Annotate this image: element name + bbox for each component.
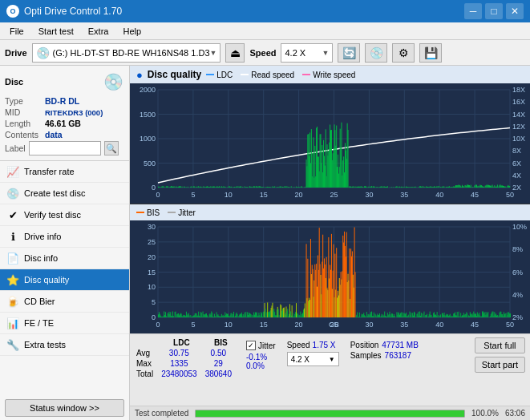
jitter-label: Jitter — [258, 341, 276, 350]
disc-info-icon: 📄 — [6, 252, 19, 265]
start-full-button[interactable]: Start full — [475, 337, 525, 353]
title-bar-controls: ─ □ ✕ — [464, 3, 524, 19]
speed-stat-dropdown[interactable]: 4.2 X ▼ — [287, 352, 339, 366]
close-button[interactable]: ✕ — [506, 3, 524, 19]
disc-label-icon-btn[interactable]: 🔍 — [104, 141, 119, 155]
disc-type-value: BD-R DL — [45, 96, 79, 106]
nav-verify-test-disc[interactable]: ✔ Verify test disc — [0, 204, 129, 226]
disc-header: Disc 💿 — [5, 71, 124, 93]
refresh-button[interactable]: 🔄 — [338, 43, 360, 63]
sidebar: Disc 💿 Type BD-R DL MID RITEKDR3 (000) L… — [0, 66, 130, 420]
transfer-rate-icon: 📈 — [6, 165, 19, 178]
start-part-button[interactable]: Start part — [475, 357, 525, 373]
disc-contents-value: data — [45, 130, 63, 139]
verify-test-disc-icon: ✔ — [6, 208, 19, 221]
max-bis: 29 — [204, 358, 238, 369]
action-buttons: Start full Start part — [475, 337, 525, 373]
legend-write-speed: Write speed — [302, 71, 355, 79]
nav-disc-quality[interactable]: ⭐ Disc quality — [0, 269, 129, 291]
disc-label-text: Label — [5, 143, 26, 153]
main-layout: Disc 💿 Type BD-R DL MID RITEKDR3 (000) L… — [0, 66, 530, 420]
disc-type-label: Type — [5, 96, 45, 106]
ldc-header: LDC — [160, 337, 204, 348]
nav-disc-info[interactable]: 📄 Disc info — [0, 248, 129, 269]
disc-label-row: Label 🔍 — [5, 141, 124, 155]
position-label: Position — [350, 341, 379, 349]
bis-color — [136, 212, 144, 213]
progress-time: 63:06 — [505, 409, 525, 418]
nav-extra-tests[interactable]: 🔧 Extra tests — [0, 334, 129, 356]
samples-label: Samples — [350, 351, 382, 360]
menu-start-test[interactable]: Start test — [32, 25, 80, 38]
eject-button[interactable]: ⏏ — [225, 43, 245, 63]
legend-read-speed: Read speed — [241, 71, 294, 79]
disc-button[interactable]: 💿 — [365, 43, 387, 63]
status-window-button[interactable]: Status window >> — [5, 399, 124, 417]
cd-bier-icon: 🍺 — [6, 295, 19, 308]
app-title: Opti Drive Control 1.70 — [24, 6, 122, 17]
disc-type-row: Type BD-R DL — [5, 96, 124, 106]
content-area: ● Disc quality LDC Read speed Write spee… — [130, 66, 530, 420]
avg-bis: 0.50 — [204, 348, 238, 358]
jitter-max: 0.0% — [246, 361, 276, 370]
extra-tests-icon: 🔧 — [6, 338, 19, 351]
bis-jitter-header: BIS Jitter — [130, 204, 530, 220]
speed-label: Speed — [249, 48, 276, 58]
bis-header: BIS — [204, 337, 238, 348]
disc-contents-label: Contents — [5, 130, 45, 139]
speed-section: Speed 1.75 X 4.2 X ▼ — [284, 337, 342, 370]
settings-button[interactable]: ⚙ — [392, 43, 415, 63]
speed-stat-label: Speed — [287, 341, 310, 349]
progress-track — [195, 410, 465, 418]
stats-table: LDC BIS Avg 30.75 0.50 Max 1335 29 Total… — [135, 337, 238, 379]
menu-extra[interactable]: Extra — [82, 25, 115, 38]
disc-length-value: 46.61 GB — [45, 119, 81, 128]
chart-legend: LDC Read speed Write speed — [206, 71, 355, 79]
stats-bar: LDC BIS Avg 30.75 0.50 Max 1335 29 Total… — [130, 333, 530, 406]
nav-create-test-disc[interactable]: 💿 Create test disc — [0, 183, 129, 204]
menu-file[interactable]: File — [3, 25, 30, 38]
nav-drive-info-label: Drive info — [24, 232, 61, 241]
nav-section: 📈 Transfer rate 💿 Create test disc ✔ Ver… — [0, 161, 129, 396]
drive-info-icon: ℹ — [6, 230, 19, 243]
fe-te-icon: 📊 — [6, 317, 19, 329]
total-ldc: 23480053 — [160, 369, 204, 379]
legend-read-speed-label: Read speed — [251, 71, 294, 79]
jitter-checkbox[interactable]: ✓ — [246, 341, 256, 350]
nav-transfer-rate-label: Transfer rate — [24, 167, 75, 176]
nav-fe-te-label: FE / TE — [24, 318, 54, 328]
nav-transfer-rate[interactable]: 📈 Transfer rate — [0, 161, 129, 183]
minimize-button[interactable]: ─ — [464, 3, 482, 19]
disc-length-label: Length — [5, 119, 45, 128]
menu-help[interactable]: Help — [116, 25, 148, 38]
nav-drive-info[interactable]: ℹ Drive info — [0, 226, 129, 248]
max-label: Max — [135, 358, 160, 369]
nav-verify-test-disc-label: Verify test disc — [24, 210, 81, 220]
disc-mid-value: RITEKDR3 (000) — [45, 108, 103, 117]
nav-cd-bier[interactable]: 🍺 CD Bier — [0, 291, 129, 313]
avg-label: Avg — [135, 348, 160, 358]
nav-cd-bier-label: CD Bier — [24, 297, 55, 306]
legend-jitter: Jitter — [168, 208, 196, 217]
max-ldc: 1335 — [160, 358, 204, 369]
maximize-button[interactable]: □ — [485, 3, 503, 19]
disc-quality-icon: ⭐ — [6, 273, 19, 286]
title-bar-left: O Opti Drive Control 1.70 — [6, 5, 122, 18]
create-test-disc-icon: 💿 — [6, 187, 19, 200]
ldc-color — [206, 74, 214, 75]
total-label: Total — [135, 369, 160, 379]
save-button[interactable]: 💾 — [419, 43, 442, 63]
disc-icon: 💿 — [102, 71, 124, 93]
speed-select[interactable]: 4.2 X ▼ — [281, 43, 333, 63]
drive-label: Drive — [5, 48, 27, 58]
read-speed-color — [241, 74, 249, 75]
nav-fe-te[interactable]: 📊 FE / TE — [0, 313, 129, 334]
status-text: Test completed — [135, 409, 188, 418]
speed-stat-value: 1.75 X — [313, 341, 336, 349]
nav-create-test-disc-label: Create test disc — [24, 188, 85, 198]
total-bis: 380640 — [204, 369, 238, 379]
drive-select[interactable]: 💿 (G:) HL-DT-ST BD-RE WH16NS48 1.D3 ▼ — [32, 43, 221, 63]
chart-bottom — [130, 220, 530, 333]
disc-label-input[interactable] — [29, 141, 101, 155]
legend-ldc-label: LDC — [216, 71, 233, 79]
